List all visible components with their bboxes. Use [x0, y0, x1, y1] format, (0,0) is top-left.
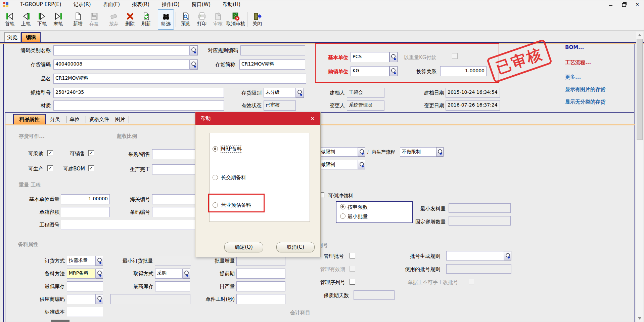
issue-by-apply-radio[interactable]: [340, 204, 346, 209]
limit1-lookup-icon[interactable]: [358, 147, 365, 157]
limit1-field[interactable]: 不做限制: [314, 147, 358, 157]
limit2-lookup-icon[interactable]: [358, 160, 365, 169]
supplier-code-field[interactable]: [67, 294, 96, 304]
last-record-button[interactable]: 末笔: [50, 9, 66, 30]
sellable-checkbox[interactable]: [88, 150, 94, 156]
subtab-certificates[interactable]: 资格文件: [89, 116, 109, 123]
trade-unit-field[interactable]: KG: [351, 66, 389, 76]
subtab-item-attributes[interactable]: 料品属性: [13, 114, 46, 124]
filter-button[interactable]: 筛选: [158, 9, 174, 30]
vertical-scrollbar[interactable]: [636, 32, 643, 322]
process-flow-link[interactable]: 工艺流程...: [565, 59, 591, 66]
menu-item-operation[interactable]: 操作(O): [162, 1, 180, 8]
trade-unit-lookup-icon[interactable]: [389, 66, 398, 76]
bom-link[interactable]: BOM...: [565, 44, 584, 50]
print-button[interactable]: 打印: [194, 9, 210, 30]
item-abbr-field[interactable]: CR12MOV精料: [239, 59, 305, 70]
dialog-cancel-button[interactable]: 取消(C): [276, 242, 315, 252]
item-level-field[interactable]: 未分级: [264, 88, 296, 98]
next-record-button[interactable]: 下笔: [34, 9, 50, 30]
order-mode-field[interactable]: 按需求量: [67, 256, 96, 266]
subtab-category[interactable]: 分类: [50, 116, 60, 123]
menu-item-help[interactable]: 帮助(H): [223, 1, 240, 8]
option-sales-forecast-label[interactable]: 营业预估备料: [221, 202, 251, 208]
scroll-up-icon[interactable]: [636, 32, 643, 38]
subtab-image[interactable]: 图片: [115, 116, 125, 123]
option-long-lead-radio[interactable]: [213, 175, 218, 180]
box-volume-field[interactable]: [61, 207, 110, 217]
spec-field[interactable]: 250*240*35: [53, 88, 224, 98]
dialog-close-icon[interactable]: [309, 115, 316, 122]
subtab-unit[interactable]: 单位: [70, 116, 80, 123]
item-code-field[interactable]: 400400008: [53, 59, 190, 70]
option-mrp-label[interactable]: MRP备料: [221, 146, 242, 152]
factory-flow-lookup-icon[interactable]: [436, 147, 444, 157]
close-button[interactable]: [633, 1, 642, 7]
preview-button[interactable]: 预览: [178, 9, 194, 30]
option-mrp-radio[interactable]: [213, 146, 218, 152]
base-weight-field[interactable]: 1.00000: [61, 194, 110, 204]
restore-button[interactable]: [619, 1, 628, 7]
tab-browse[interactable]: 浏览: [4, 32, 20, 42]
limit2-field[interactable]: 不做限制: [314, 160, 358, 169]
option-long-lead-label[interactable]: 长交期备料: [221, 174, 246, 181]
order-mode-lookup-icon[interactable]: [96, 256, 103, 266]
menu-item-interface[interactable]: 界面(F): [103, 1, 120, 8]
scrollbar-thumb[interactable]: [637, 39, 643, 140]
dialog-ok-button[interactable]: 确定(Q): [224, 242, 263, 252]
menu-item-record[interactable]: 记录(R): [74, 1, 91, 8]
batch-rule-lookup-icon[interactable]: [504, 251, 511, 260]
scroll-down-icon[interactable]: [636, 315, 643, 322]
purchase-sale-ratio-field[interactable]: [152, 149, 198, 159]
menu-item-window[interactable]: 窗口(W): [192, 1, 211, 8]
purchasable-checkbox[interactable]: [47, 150, 53, 156]
issue-min-batch-radio[interactable]: [340, 213, 346, 219]
menu-item-report[interactable]: 报表(R): [132, 1, 149, 8]
producible-checkbox[interactable]: [47, 165, 53, 171]
manage-serial-checkbox[interactable]: [350, 279, 355, 285]
daily-output-field[interactable]: [236, 281, 285, 291]
acquire-mode-lookup-icon[interactable]: [183, 269, 190, 279]
item-level-lookup-icon[interactable]: [296, 88, 304, 98]
customs-code-field[interactable]: [152, 194, 198, 204]
acquire-mode-field[interactable]: 采购: [155, 269, 183, 279]
item-name-field[interactable]: CR12MOV精料: [53, 74, 306, 84]
menu-item-file[interactable]: T-GROUP ERP(E): [20, 1, 61, 8]
close-form-button[interactable]: 关闭: [249, 9, 265, 30]
show-with-images-link[interactable]: 显示有图片的存货: [565, 86, 605, 93]
barcode-field[interactable]: [152, 207, 198, 217]
first-record-button[interactable]: 首笔: [2, 9, 18, 30]
conversion-field[interactable]: 1.00000: [440, 66, 487, 76]
prep-method-lookup-icon[interactable]: [96, 269, 103, 279]
horizontal-scrollbar-thumb[interactable]: [51, 320, 70, 322]
help-dialog-titlebar[interactable]: 帮助: [195, 112, 320, 125]
minimize-button[interactable]: [606, 1, 615, 7]
prep-method-field[interactable]: MRP备料: [67, 269, 96, 279]
prod-complete-ratio-field[interactable]: [152, 164, 198, 174]
option-sales-forecast-radio[interactable]: [213, 202, 218, 208]
tab-edit[interactable]: 编辑: [21, 32, 41, 42]
more-link[interactable]: 更多...: [565, 74, 581, 80]
std-cost-field[interactable]: [67, 307, 103, 317]
base-unit-lookup-icon[interactable]: [389, 52, 398, 62]
delete-button[interactable]: 删除: [122, 9, 138, 30]
code-category-lookup-icon[interactable]: [190, 45, 198, 55]
min-stock-field[interactable]: [67, 281, 103, 291]
show-unclassified-link[interactable]: 显示无分类的存货: [565, 99, 605, 105]
max-stock-field[interactable]: [155, 281, 190, 291]
base-unit-field[interactable]: PCS: [351, 52, 389, 62]
material-field[interactable]: [53, 100, 224, 111]
unit-hours-field[interactable]: [236, 294, 285, 304]
lead-time-field[interactable]: [236, 269, 285, 279]
refresh-button[interactable]: 刷新: [138, 9, 154, 30]
bom-allowed-checkbox[interactable]: [88, 165, 94, 171]
prev-record-button[interactable]: 上笔: [18, 9, 34, 30]
factory-flow-field[interactable]: 不做限制: [400, 147, 436, 157]
supplier-code-lookup-icon[interactable]: [96, 294, 103, 304]
item-code-lookup-icon[interactable]: [190, 59, 198, 70]
code-category-field[interactable]: [53, 45, 190, 55]
new-button[interactable]: 新增: [70, 9, 86, 30]
batch-rule-field[interactable]: [446, 251, 504, 260]
drawing-no-field[interactable]: [61, 220, 209, 230]
manage-batch-checkbox[interactable]: [350, 253, 355, 258]
